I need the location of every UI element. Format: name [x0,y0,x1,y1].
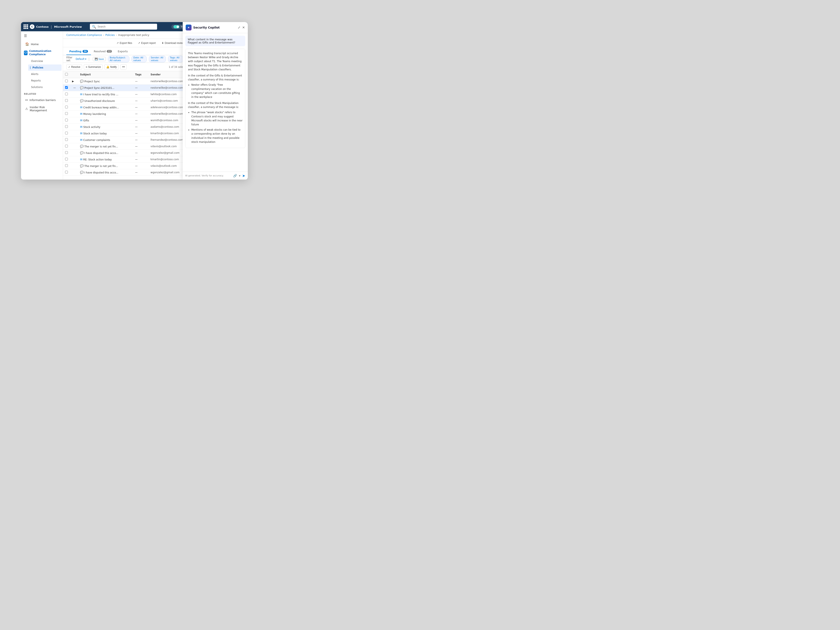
breadcrumb-policy: Inappropriate text policy [118,33,149,36]
row-subject: 💬 The merger is not yet fin... [78,163,133,169]
row-checkbox[interactable] [65,86,68,89]
row-checkbox[interactable] [65,118,68,122]
export-files-button[interactable]: ↗ Export files [115,41,134,45]
breadcrumb-policies[interactable]: Policies [106,33,115,36]
select-all-checkbox[interactable] [65,73,68,76]
table-row[interactable]: ✉ Credit bureaus keep addin... — adeleva… [63,104,197,111]
row-checkbox[interactable] [65,80,68,82]
row-tags: — [133,98,148,104]
sidebar-item-insider-risk[interactable]: ⚠ Insider Risk Management [22,104,62,114]
export-report-button[interactable]: ↗ Export report [136,41,157,45]
row-checkbox[interactable] [65,99,68,102]
search-bar[interactable]: 🔍 [90,24,157,30]
body-subject-filter[interactable]: Body/Subject: All values [108,56,129,62]
table-row[interactable]: 💬 The merger is not yet fin... — vdavis@… [63,163,197,169]
resolve-button[interactable]: ✓ Resolve [66,65,82,69]
row-checkbox[interactable] [65,164,68,167]
row-checkbox[interactable] [65,151,68,154]
filter-set-chevron: ▾ [85,58,86,60]
sidebar-item-policies[interactable]: | Policies [28,65,62,71]
col-tags: Tags [133,71,148,78]
date-filter[interactable]: Date: All values [131,56,147,62]
tab-resolved-label: Resolved [94,50,106,53]
table-row[interactable]: 💬 Unauthorized disclosure — uharris@cont… [63,98,197,104]
download-icon: ⬇ [162,41,164,44]
mail-icon: ✉ [80,125,82,128]
row-subject: ✉ Stock activity [78,124,133,130]
sidebar-comm-compliance[interactable]: 🛡 Communication Compliance [21,48,63,58]
sc-chevron-icon[interactable]: ▾ [239,174,240,178]
row-checkbox[interactable] [65,138,68,141]
hamburger-icon[interactable]: ☰ [21,31,63,40]
row-tags: — [133,78,148,85]
row-checkbox[interactable] [65,112,68,115]
row-subject: 💬 Project Sync-2023101... [78,85,133,91]
row-subject: ✉ Stock action today [78,130,133,137]
toggle-switch[interactable] [174,25,179,28]
row-subject: 💬 I have disputed this acco... [78,169,133,176]
table-row[interactable]: 💬 I have disputed this acco... — wgonzal… [63,169,197,176]
row-checkbox[interactable] [65,145,68,147]
row-checkbox[interactable] [65,125,68,128]
sidebar-home-label: Home [31,43,39,46]
table-row[interactable]: ✉ Stock activity — aadams@contoso.com [63,124,197,130]
sender-filter[interactable]: Sender: All values [149,56,166,62]
sidebar-item-reports[interactable]: Reports [28,77,62,84]
resolved-badge: 12 [107,50,112,53]
shield-icon: 🛡 [24,51,27,55]
sc-feedback-icon[interactable]: 🔗 [233,174,237,178]
contoso-logo: C [30,24,35,29]
export-report-label: Export report [141,41,156,44]
table-row[interactable]: ▶ 💬 Project Sync — nestorwilke@contoso.c… [63,78,197,85]
row-checkbox[interactable] [65,132,68,134]
messages-table-container: Subject Tags Sender ▶ 💬 Project Sync [63,71,197,180]
table-header-row: Subject Tags Sender [63,71,197,78]
sc-send-icon[interactable]: ➤ [242,174,245,178]
table-row[interactable]: ✉ I have tried to rectify this ... — lwh… [63,91,197,98]
row-tags: — [133,117,148,124]
row-subject: ✉ Credit bureaus keep addin... [78,104,133,111]
more-button[interactable]: ••• [120,65,127,69]
search-input[interactable] [98,25,155,28]
expand-icon[interactable]: ▶ [72,80,74,83]
sidebar-item-info-barriers[interactable]: ↔ Information barriers [22,96,62,104]
insider-risk-label: Insider Risk Management [30,106,58,112]
row-tags: — [133,104,148,111]
teams-icon: 💬 [80,80,84,83]
action-bar: ↗ Export files ↗ Export report ⬇ Downloa… [63,39,197,47]
summarize-button[interactable]: ≡ Summarize [84,65,103,69]
sidebar-item-overview[interactable]: Overview [28,58,62,64]
filter-set-select[interactable]: Default ▾ [76,58,86,60]
filter-bar: Filter set: Default ▾ | 💾 Save Body/Subj… [63,55,197,63]
resolve-icon: ✓ [68,66,70,68]
table-row[interactable]: ✉ Stock action today — kmartin@contoso.c… [63,130,197,137]
table-row[interactable]: — 💬 Project Sync-2023101... — nestorwilk… [63,85,197,91]
comm-compliance-label: Communication Compliance [29,50,60,56]
main-layout: ☰ 🏠 Home 🛡 Communication Compliance Over… [21,31,248,180]
sidebar-item-home[interactable]: 🏠 Home [22,41,62,48]
sidebar-item-alerts[interactable]: Alerts [28,71,62,77]
row-checkbox[interactable] [65,93,68,95]
tab-pending[interactable]: Pending 34 [66,48,91,55]
tags-filter[interactable]: Tags: All values [168,56,183,62]
row-tags: — [133,150,148,156]
table-row[interactable]: ✉ Gifts — wsmith@contoso.com [63,117,197,124]
tab-resolved[interactable]: Resolved 12 [91,48,115,55]
tab-exports[interactable]: Exports [115,48,131,55]
table-row[interactable]: ✉ Money laundering — nestorwilke@contoso… [63,111,197,117]
table-row[interactable]: 💬 The merger is not yet fin... — vdavis@… [63,143,197,150]
row-checkbox[interactable] [65,106,68,108]
mail-icon: ✉ [80,138,82,142]
ai-response-p2: In the context of the Gifts & Entertainm… [188,74,243,82]
breadcrumb-cc[interactable]: Communication Compliance [66,33,102,36]
content-area: Communication Compliance › Policies › In… [63,31,197,180]
table-row[interactable]: 💬 I have disputed this acco... — wgonzal… [63,150,197,156]
table-row[interactable]: ✉ RE: Stock action today — kmartin@conto… [63,156,197,163]
sidebar-item-solutions[interactable]: Solutions [28,84,62,90]
row-checkbox[interactable] [65,158,68,160]
sub-item-indicator: — [73,86,76,89]
filter-save-button[interactable]: 💾 Save [93,57,106,61]
notify-button[interactable]: 🔔 Notify [104,65,118,69]
row-checkbox[interactable] [65,171,68,174]
table-row[interactable]: ✉ Customer complaints — lhernandez@conto… [63,137,197,143]
